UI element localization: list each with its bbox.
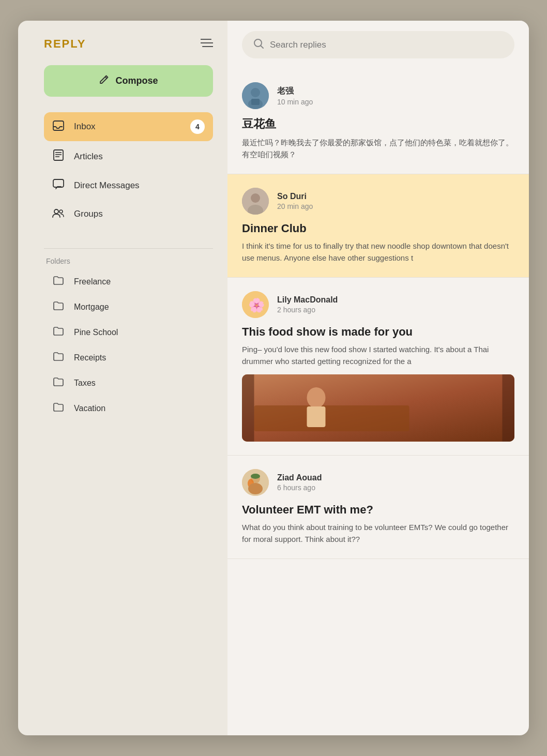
sender-name: 老强 [277, 86, 313, 97]
folder-label: Pine School [74, 328, 118, 337]
folder-item-freelance[interactable]: Freelance [44, 269, 213, 294]
folder-icon [52, 276, 65, 288]
app-title: REPLY [44, 37, 86, 51]
app-container: REPLY Compose [18, 21, 529, 735]
avatar [242, 469, 269, 496]
message-preview: 最近忙吗？昨晚我去了你最爱的那家饭馆，点了他们的特色菜，吃着就想你了。有空咱们视… [242, 137, 514, 160]
time-ago: 10 min ago [277, 98, 313, 106]
message-subject: 豆花鱼 [242, 116, 514, 132]
svg-point-18 [251, 193, 260, 203]
svg-point-24 [307, 387, 326, 408]
svg-text:🌸: 🌸 [248, 297, 265, 313]
svg-point-9 [54, 209, 58, 214]
search-bar [242, 31, 514, 58]
folders-label: Folders [44, 257, 213, 265]
svg-point-30 [251, 474, 260, 479]
message-card[interactable]: 🌸 Lily MacDonald 2 hours ago This food s… [227, 278, 529, 456]
sender-name: Ziad Aouad [277, 473, 322, 482]
avatar: 🌸 [242, 291, 269, 318]
avatar [242, 188, 269, 215]
message-card[interactable]: Ziad Aouad 6 hours ago Volunteer EMT wit… [227, 456, 529, 559]
sidebar-item-articles[interactable]: Articles [44, 142, 213, 171]
time-ago: 6 hours ago [277, 483, 322, 492]
menu-icon[interactable] [201, 38, 213, 50]
svg-rect-23 [254, 405, 409, 431]
message-preview: I think it's time for us to finally try … [242, 240, 514, 264]
folder-label: Vacation [74, 404, 105, 413]
message-header: So Duri 20 min ago [242, 188, 514, 215]
message-subject: Dinner Club [242, 222, 514, 235]
sidebar: REPLY Compose [18, 21, 227, 735]
folder-item-pine-school[interactable]: Pine School [44, 320, 213, 344]
messages-list: 老强 10 min ago 豆花鱼 最近忙吗？昨晚我去了你最爱的那家饭馆，点了他… [227, 69, 529, 559]
chat-icon [52, 179, 65, 192]
svg-point-10 [59, 210, 63, 213]
folder-item-taxes[interactable]: Taxes [44, 371, 213, 395]
folder-label: Taxes [74, 379, 96, 388]
time-ago: 20 min ago [277, 202, 313, 210]
svg-rect-3 [53, 121, 64, 130]
folder-item-vacation[interactable]: Vacation [44, 396, 213, 420]
message-subject: This food show is made for you [242, 325, 514, 339]
message-preview: Ping– you'd love this new food show I st… [242, 344, 514, 367]
articles-icon [52, 149, 65, 163]
folder-item-receipts[interactable]: Receipts [44, 345, 213, 370]
message-preview: What do you think about training to be v… [242, 522, 514, 545]
folder-item-mortgage[interactable]: Mortgage [44, 295, 213, 319]
folder-label: Receipts [74, 353, 106, 362]
sidebar-item-inbox[interactable]: Inbox 4 [44, 112, 213, 141]
svg-point-14 [251, 88, 260, 97]
message-header: Ziad Aouad 6 hours ago [242, 469, 514, 496]
message-header: 老强 10 min ago [242, 82, 514, 109]
folder-icon [52, 352, 65, 364]
inbox-icon [52, 120, 65, 133]
message-image-inner [242, 374, 514, 442]
sidebar-divider [44, 248, 213, 249]
svg-rect-27 [503, 374, 515, 442]
message-image [242, 374, 514, 442]
sender-info: So Duri 20 min ago [277, 192, 313, 210]
folder-items: Freelance Mortgage Pine School [44, 269, 213, 420]
sender-name: So Duri [277, 192, 313, 201]
svg-rect-8 [53, 179, 64, 187]
time-ago: 2 hours ago [277, 306, 338, 314]
folder-icon [52, 326, 65, 338]
svg-rect-16 [251, 99, 260, 105]
sender-info: Lily MacDonald 2 hours ago [277, 295, 338, 314]
folder-icon [52, 301, 65, 313]
message-card[interactable]: 老强 10 min ago 豆花鱼 最近忙吗？昨晚我去了你最爱的那家饭馆，点了他… [227, 69, 529, 174]
inbox-label: Inbox [74, 122, 96, 132]
svg-rect-25 [307, 406, 326, 427]
svg-point-32 [248, 483, 263, 494]
svg-line-12 [261, 46, 264, 49]
message-card[interactable]: So Duri 20 min ago Dinner Club I think i… [227, 174, 529, 278]
folder-label: Mortgage [74, 303, 109, 312]
sidebar-item-direct-messages[interactable]: Direct Messages [44, 172, 213, 199]
folder-label: Freelance [74, 277, 111, 286]
folder-icon [52, 377, 65, 389]
sidebar-header: REPLY [44, 37, 213, 51]
svg-rect-26 [242, 374, 254, 442]
sender-info: 老强 10 min ago [277, 86, 313, 106]
sender-name: Lily MacDonald [277, 295, 338, 305]
folder-icon [52, 402, 65, 414]
compose-button[interactable]: Compose [44, 65, 213, 97]
compose-label: Compose [115, 75, 158, 86]
svg-rect-4 [54, 150, 63, 160]
search-input[interactable] [270, 40, 503, 50]
avatar [242, 82, 269, 109]
nav-items: Inbox 4 Articles [44, 112, 213, 228]
search-bar-wrapper [227, 21, 529, 69]
pencil-icon [99, 74, 109, 87]
sender-info: Ziad Aouad 6 hours ago [277, 473, 322, 492]
groups-label: Groups [74, 209, 103, 219]
search-icon [253, 38, 264, 51]
inbox-badge: 4 [190, 119, 205, 134]
groups-icon [52, 207, 65, 220]
sidebar-item-groups[interactable]: Groups [44, 200, 213, 228]
direct-messages-label: Direct Messages [74, 180, 140, 191]
message-subject: Volunteer EMT with me? [242, 503, 514, 517]
main-content: 老强 10 min ago 豆花鱼 最近忙吗？昨晚我去了你最爱的那家饭馆，点了他… [227, 21, 529, 735]
message-header: 🌸 Lily MacDonald 2 hours ago [242, 291, 514, 318]
articles-label: Articles [74, 152, 103, 162]
